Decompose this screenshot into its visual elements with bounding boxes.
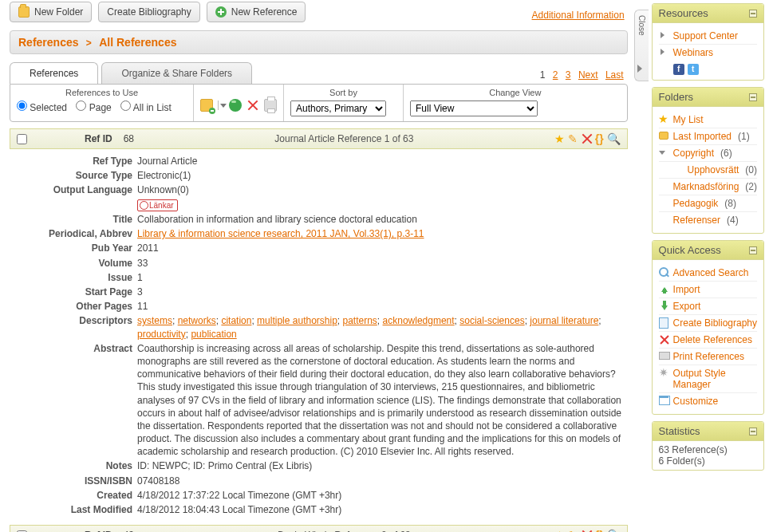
create-bibliography-button[interactable]: Create Bibliography: [98, 2, 199, 22]
field-value-start-page: 3: [137, 286, 628, 298]
radio-page[interactable]: Page: [76, 102, 111, 113]
field-value-notes: ID: NEWPC; ID: Primo Central (Ex Libris): [137, 459, 628, 472]
reference-header-title: Journal Article Reference 1 of 63: [140, 133, 548, 144]
resources-item[interactable]: Support Center: [659, 28, 757, 44]
refs-to-use-label: References to Use: [17, 88, 187, 97]
additional-information-link[interactable]: Additional Information: [532, 10, 625, 21]
descriptor-link[interactable]: journal literature: [530, 315, 598, 326]
qa-print-references[interactable]: Print References: [659, 348, 757, 365]
radio-all-in-list[interactable]: All in List: [120, 102, 172, 113]
collapse-icon[interactable]: [749, 246, 757, 254]
field-value-issue: 1: [137, 271, 628, 284]
folders-title: Folders: [659, 91, 693, 103]
folder-upphovsratt[interactable]: Upphovsrätt(0): [659, 161, 757, 178]
quick-access-panel: Quick Access Advanced Search Import Expo…: [652, 240, 764, 415]
new-folder-label: New Folder: [34, 6, 83, 18]
change-view-select[interactable]: Full View: [410, 100, 538, 116]
qa-delete-references[interactable]: Delete References: [659, 331, 757, 348]
new-folder-button[interactable]: New Folder: [10, 2, 92, 22]
pager-page-3[interactable]: 3: [566, 69, 571, 81]
edit-icon[interactable]: ✎: [568, 529, 578, 532]
chevron-right-icon: [637, 65, 646, 73]
field-label: Abstract: [10, 342, 137, 459]
descriptor-link[interactable]: citation: [221, 315, 251, 326]
folder-copyright[interactable]: Copyright(6): [659, 144, 757, 161]
folder-referenser[interactable]: Referenser(4): [659, 211, 757, 228]
gear-icon: [659, 368, 670, 379]
add-to-folder-icon[interactable]: [200, 99, 213, 112]
quick-access-title: Quick Access: [659, 244, 721, 256]
statistics-title: Statistics: [659, 425, 700, 437]
descriptor-link[interactable]: social-sciences: [459, 315, 524, 326]
reference-checkbox[interactable]: [17, 134, 27, 144]
descriptor-link[interactable]: productivity: [137, 329, 186, 340]
delete-row-icon[interactable]: [581, 132, 592, 144]
qa-customize[interactable]: Customize: [659, 392, 757, 409]
import-icon: [659, 284, 670, 295]
field-value-pub-year: 2011: [137, 242, 628, 254]
reference-fields: Ref TypeJournal Article Source TypeElect…: [10, 154, 628, 517]
field-label: ISSN/ISBN: [10, 475, 137, 487]
breadcrumb-root[interactable]: References: [18, 36, 79, 49]
qa-output-style-manager[interactable]: Output Style Manager: [659, 365, 757, 392]
document-icon: [659, 317, 670, 329]
edit-icon[interactable]: ✎: [568, 132, 578, 145]
lankar-badge[interactable]: Länkar: [137, 199, 178, 212]
globe-icon[interactable]: [229, 99, 242, 112]
close-sidebar-tab[interactable]: Close: [634, 0, 649, 532]
print-icon[interactable]: [264, 99, 277, 112]
cite-icon[interactable]: {}: [595, 132, 604, 145]
preview-icon[interactable]: 🔍: [607, 529, 621, 532]
new-reference-button[interactable]: New Reference: [207, 2, 306, 22]
export-icon: [659, 301, 670, 312]
field-label: Other Pages: [10, 300, 137, 313]
breadcrumb-current[interactable]: All References: [99, 36, 176, 49]
qa-export[interactable]: Export: [659, 298, 757, 314]
plus-icon: [215, 6, 227, 18]
descriptor-link[interactable]: multiple authorship: [257, 315, 337, 326]
stats-references: 63 Reference(s): [659, 444, 757, 455]
radio-selected[interactable]: Selected: [17, 102, 67, 113]
cite-icon[interactable]: {}: [595, 529, 604, 532]
star-icon[interactable]: ★: [554, 529, 565, 532]
folder-marknadsforing[interactable]: Marknadsföring(2): [659, 178, 757, 195]
resources-item[interactable]: Webinars: [659, 44, 757, 61]
descriptor-link[interactable]: publication: [191, 329, 236, 340]
folder-my-list[interactable]: My List: [659, 112, 757, 128]
periodical-link[interactable]: Library & information science research, …: [137, 228, 424, 239]
pager-last[interactable]: Last: [605, 69, 624, 81]
field-label: Last Modified: [10, 503, 137, 516]
descriptor-link[interactable]: acknowledgment: [383, 315, 455, 326]
refid-value: 68: [124, 133, 134, 144]
descriptor-link[interactable]: patterns: [343, 315, 377, 326]
delete-row-icon[interactable]: [581, 529, 592, 532]
facebook-icon[interactable]: f: [673, 64, 684, 75]
collapse-icon[interactable]: [749, 93, 757, 101]
folders-panel: Folders My List Last Imported(1) Copyrig…: [652, 87, 764, 234]
delete-icon[interactable]: [246, 99, 259, 112]
collapse-icon[interactable]: [749, 428, 757, 435]
pager-page-2[interactable]: 2: [553, 69, 558, 81]
preview-icon[interactable]: 🔍: [607, 132, 621, 145]
stats-folders: 6 Folder(s): [659, 455, 757, 467]
add-to-folder-dropdown-icon[interactable]: [218, 100, 224, 110]
field-label: Volume: [10, 257, 137, 270]
qa-create-bibliography[interactable]: Create Bibliography: [659, 314, 757, 331]
sort-by-select[interactable]: Authors, Primary: [290, 100, 386, 116]
twitter-icon[interactable]: t: [688, 64, 699, 75]
star-icon[interactable]: ★: [554, 132, 565, 145]
qa-import[interactable]: Import: [659, 281, 757, 298]
descriptor-link[interactable]: systems: [137, 315, 172, 326]
folder-last-imported[interactable]: Last Imported(1): [659, 128, 757, 144]
tab-references[interactable]: References: [10, 62, 98, 84]
pager-page-1: 1: [540, 69, 546, 81]
descriptor-link[interactable]: networks: [178, 315, 216, 326]
qa-advanced-search[interactable]: Advanced Search: [659, 265, 757, 281]
tab-organize-share[interactable]: Organize & Share Folders: [101, 62, 252, 84]
collapse-icon[interactable]: [749, 10, 757, 18]
field-value-ref-type: Journal Article: [137, 155, 628, 167]
pager-next[interactable]: Next: [578, 69, 598, 81]
breadcrumb-separator: >: [81, 37, 97, 49]
folder-pedagogik[interactable]: Pedagogik(8): [659, 195, 757, 211]
refid-label: Ref ID: [85, 133, 112, 144]
